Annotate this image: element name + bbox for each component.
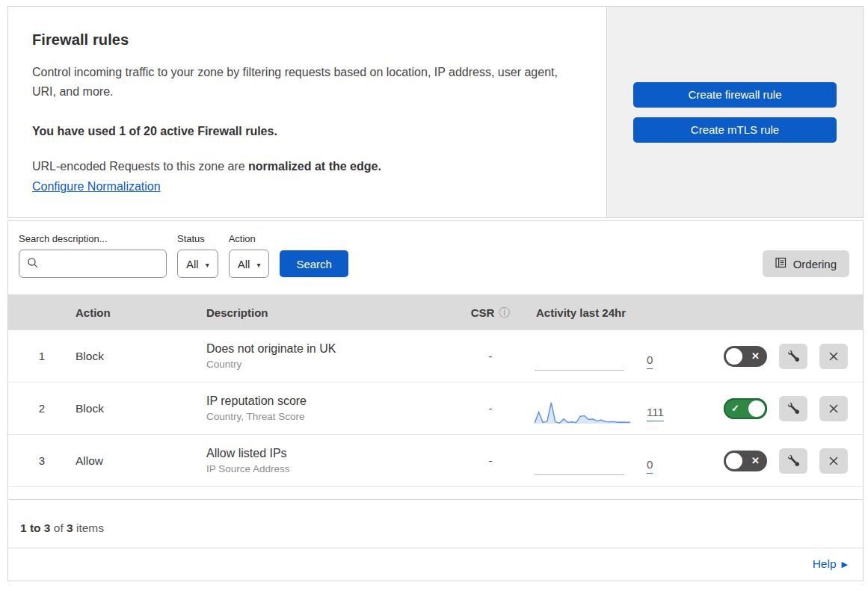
table-row: 1 Block Does not originate in UK Country…: [8, 330, 863, 383]
table-row: 3 Allow Allow listed IPs IP Source Addre…: [8, 435, 863, 487]
close-icon: [828, 456, 839, 466]
header-description: Description: [206, 306, 449, 319]
wrench-icon: [788, 403, 799, 414]
activity-sparkline: [535, 398, 630, 425]
rule-enabled-toggle[interactable]: ✓ ✕: [724, 346, 767, 367]
activity-flatline: [535, 370, 624, 371]
status-select[interactable]: All ▾: [177, 250, 218, 278]
search-label: Search description...: [19, 233, 167, 244]
activity-sparkline: [535, 346, 630, 373]
edit-rule-button[interactable]: [779, 344, 807, 369]
header-csr-label: CSR: [471, 306, 495, 319]
rule-activity-cell: 0: [532, 445, 718, 477]
rule-csr-value: -: [449, 454, 532, 467]
normalization-bold: normalized at the edge.: [248, 160, 381, 173]
status-filter-group: Status All ▾: [177, 233, 218, 278]
table-row: 2 Block IP reputation score Country, Thr…: [8, 383, 863, 435]
search-input[interactable]: [44, 258, 158, 270]
rule-csr-value: -: [449, 350, 532, 362]
configure-normalization-link[interactable]: Configure Normalization: [32, 180, 161, 194]
ordering-button-label: Ordering: [793, 258, 837, 270]
status-selected-value: All: [186, 258, 199, 270]
rule-controls: ✓ ✕: [718, 344, 863, 369]
action-filter-group: Action All ▾: [229, 233, 270, 278]
activity-count-link[interactable]: 111: [647, 406, 664, 421]
close-icon: [828, 403, 839, 414]
check-icon: ✓: [731, 403, 739, 413]
normalization-text: URL-encoded Requests to this zone are no…: [32, 160, 576, 173]
action-label: Action: [229, 233, 270, 244]
table-header: Action Description CSR ⓘ Activity last 2…: [8, 294, 863, 330]
search-group: Search description...: [19, 233, 167, 278]
create-mtls-rule-button[interactable]: Create mTLS rule: [633, 117, 837, 143]
rule-controls: ✓ ✕: [718, 448, 863, 474]
create-actions-panel: Create firewall rule Create mTLS rule: [606, 7, 863, 217]
rule-csr-value: -: [449, 402, 532, 415]
delete-rule-button[interactable]: [819, 344, 848, 369]
activity-count-link[interactable]: 0: [647, 353, 653, 369]
overview-text-block: Firewall rules Control incoming traffic …: [8, 7, 606, 217]
chevron-down-icon: ▾: [256, 261, 260, 269]
rule-action: Allow: [76, 454, 206, 468]
rule-fields: Country, Threat Score: [206, 411, 449, 422]
edit-rule-button[interactable]: [779, 448, 807, 474]
toggle-knob: [726, 348, 742, 365]
rule-action: Block: [76, 402, 206, 415]
arrow-right-icon: ▶: [842, 560, 848, 569]
header-activity: Activity last 24hr: [532, 306, 718, 319]
activity-flatline: [535, 474, 624, 475]
ordering-button[interactable]: Ordering: [763, 250, 849, 277]
chevron-down-icon: ▾: [206, 261, 209, 269]
info-icon[interactable]: ⓘ: [499, 306, 510, 320]
rule-enabled-toggle[interactable]: ✓ ✕: [724, 398, 767, 419]
edit-rule-button[interactable]: [779, 396, 807, 421]
action-selected-value: All: [238, 258, 250, 270]
status-label: Status: [177, 233, 218, 244]
page-description: Control incoming traffic to your zone by…: [32, 63, 559, 102]
delete-rule-button[interactable]: [819, 396, 848, 421]
x-icon: ✕: [751, 351, 760, 361]
rule-activity-cell: 0: [532, 340, 718, 373]
rule-priority: 2: [8, 402, 76, 415]
toggle-knob: [726, 453, 742, 469]
firewall-overview-card: Firewall rules Control incoming traffic …: [7, 6, 864, 218]
pagination-items: items: [73, 522, 104, 534]
close-icon: [828, 351, 839, 362]
search-button[interactable]: Search: [280, 250, 348, 277]
rule-enabled-toggle[interactable]: ✓ ✕: [724, 451, 767, 471]
header-csr: CSR ⓘ: [449, 306, 532, 320]
delete-rule-button[interactable]: [819, 448, 848, 474]
usage-notice: You have used 1 of 20 active Firewall ru…: [32, 125, 576, 138]
help-footer: Help ▶: [8, 548, 863, 581]
rule-action: Block: [76, 350, 206, 363]
firewall-rules-page: Firewall rules Control incoming traffic …: [7, 6, 864, 581]
rule-description-cell: Does not originate in UK Country: [206, 342, 449, 370]
rule-description: Allow listed IPs: [206, 447, 449, 460]
wrench-icon: [788, 455, 799, 466]
toggle-knob: [748, 400, 765, 417]
rule-fields: IP Source Address: [206, 463, 449, 474]
activity-count-link[interactable]: 0: [647, 458, 653, 474]
activity-sparkline: [535, 451, 630, 477]
help-link[interactable]: Help ▶: [813, 557, 848, 571]
normalization-prefix: URL-encoded Requests to this zone are: [32, 160, 248, 173]
create-firewall-rule-button[interactable]: Create firewall rule: [633, 82, 837, 108]
help-link-label: Help: [813, 557, 837, 571]
header-action: Action: [76, 306, 206, 319]
rule-controls: ✓ ✕: [718, 396, 863, 421]
wrench-icon: [788, 350, 799, 362]
action-select[interactable]: All ▾: [229, 250, 270, 278]
search-input-box[interactable]: [19, 250, 167, 278]
rule-priority: 1: [8, 350, 76, 362]
rule-description: IP reputation score: [206, 394, 449, 408]
pagination-status: 1 to 3 of 3 items: [8, 500, 863, 548]
rule-fields: Country: [206, 359, 449, 370]
rules-list-card: Search description... Status All ▾ Actio…: [7, 220, 864, 581]
pagination-of: of: [50, 522, 67, 534]
table-bottom-divider: [8, 487, 863, 500]
pagination-total: 3: [67, 522, 73, 534]
rule-description: Does not originate in UK: [206, 342, 449, 356]
page-title: Firewall rules: [32, 31, 576, 49]
search-icon: [27, 257, 38, 271]
rule-priority: 3: [8, 454, 76, 467]
